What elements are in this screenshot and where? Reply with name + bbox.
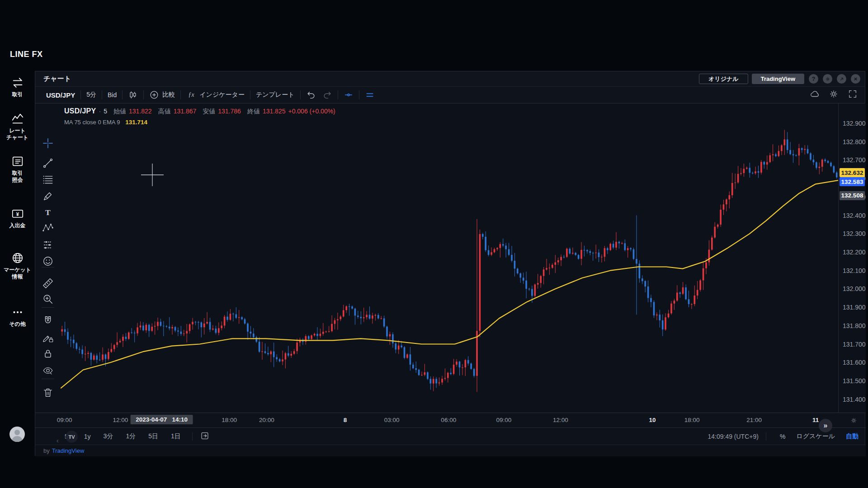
candlestick-chart[interactable] bbox=[61, 103, 838, 413]
close-label: 終値 bbox=[247, 108, 260, 116]
forecast-tool[interactable] bbox=[42, 239, 54, 251]
gear-icon[interactable] bbox=[829, 89, 839, 101]
goto-date-button[interactable] bbox=[200, 431, 210, 442]
toolbar-separator bbox=[42, 379, 54, 379]
last-price-badge: 132.583 bbox=[840, 177, 865, 186]
horizontal-line-tool-button[interactable] bbox=[338, 90, 359, 100]
log-scale-button[interactable]: ログスケール bbox=[796, 432, 835, 441]
time-tick: 20:00 bbox=[259, 417, 274, 423]
chart-toolbar: USD/JPY 5分 Bid 比較 ƒxインジケーター テンプレート bbox=[35, 87, 865, 103]
xabcd-pattern-tool[interactable] bbox=[42, 222, 54, 234]
high-label: 高値 bbox=[158, 108, 171, 116]
rate-chart-icon bbox=[0, 112, 35, 126]
time-tick: 18:00 bbox=[222, 417, 237, 423]
window-title-bar: チャート オリジナルTradingView?× bbox=[35, 71, 865, 87]
quote-type-button[interactable]: Bid bbox=[102, 91, 122, 99]
hide-all-tool[interactable] bbox=[42, 365, 54, 376]
indicators-button[interactable]: ƒxインジケーター bbox=[181, 90, 250, 100]
price-tick: 132.900 bbox=[843, 120, 866, 127]
price-tick: 131.900 bbox=[843, 304, 866, 311]
sidebar-item-入出金[interactable]: ¥入出金 bbox=[0, 207, 35, 229]
lock-all-tool[interactable] bbox=[42, 348, 54, 360]
undo-button[interactable] bbox=[301, 90, 321, 100]
sidebar-item-取引[interactable]: 取引 bbox=[0, 76, 35, 98]
app-sidebar: 取引レートチャート取引照会¥入出金マーケット情報その他 bbox=[0, 0, 35, 488]
time-tick: 8 bbox=[344, 417, 347, 423]
low-label: 安値 bbox=[203, 108, 215, 116]
svg-text:ƒx: ƒx bbox=[189, 91, 194, 98]
open-value: 131.822 bbox=[129, 108, 152, 115]
popout-button[interactable] bbox=[837, 74, 846, 84]
fullscreen-icon[interactable] bbox=[848, 89, 858, 101]
redo-button[interactable] bbox=[321, 90, 338, 100]
fib-retracement-tool[interactable] bbox=[42, 174, 54, 186]
symbol-button[interactable]: USD/JPY bbox=[41, 91, 80, 99]
legend-symbol: USD/JPY bbox=[64, 107, 96, 115]
parallel-lines-tool-button[interactable] bbox=[359, 90, 380, 100]
templates-button[interactable]: テンプレート bbox=[250, 91, 300, 99]
tab-オリジナル[interactable]: オリジナル bbox=[699, 74, 748, 84]
chart-bottom-bar: 5y1y3分1分5日1日 14:09:49 (UTC+9) % ログスケール 自… bbox=[35, 427, 866, 445]
toolbar-separator bbox=[42, 307, 54, 308]
brush-tool[interactable] bbox=[42, 190, 54, 202]
cash-icon: ¥ bbox=[0, 207, 35, 221]
indicator-price-badge: 132.508 bbox=[840, 191, 865, 200]
auto-scale-button[interactable]: 自動 bbox=[846, 432, 859, 441]
sidebar-item-マーケット情報[interactable]: マーケット情報 bbox=[0, 251, 35, 280]
low-value: 131.786 bbox=[218, 108, 241, 115]
time-axis-settings-icon[interactable] bbox=[850, 417, 858, 424]
range-button-5日[interactable]: 5日 bbox=[144, 431, 162, 442]
text-tool[interactable]: T bbox=[42, 206, 54, 218]
drawing-lock-tool[interactable] bbox=[42, 332, 54, 343]
svg-text:¥: ¥ bbox=[16, 211, 19, 217]
time-tick: 10 bbox=[649, 417, 656, 423]
range-button-1分[interactable]: 1分 bbox=[122, 431, 140, 442]
toolbar-separator bbox=[42, 267, 54, 267]
interval-button[interactable]: 5分 bbox=[81, 91, 102, 99]
magnet-tool[interactable] bbox=[42, 315, 54, 327]
close-value: 131.825 bbox=[263, 108, 286, 115]
percent-scale-button[interactable]: % bbox=[780, 433, 785, 440]
ma-legend-label: MA 75 close 0 EMA 9 bbox=[64, 119, 120, 126]
settings-button[interactable] bbox=[823, 74, 832, 84]
sidebar-item-レートチャート[interactable]: レートチャート bbox=[0, 112, 35, 141]
price-axis[interactable]: 132.900132.800132.700132.600132.500132.4… bbox=[838, 103, 866, 413]
price-tick: 131.400 bbox=[843, 396, 866, 403]
range-button-1y[interactable]: 1y bbox=[80, 432, 95, 441]
crosshair-date-badge: 2023-04-07 14:10 bbox=[130, 415, 193, 424]
svg-text:T: T bbox=[45, 208, 51, 217]
tradingview-link[interactable]: TradingView bbox=[52, 447, 85, 454]
cloud-icon[interactable] bbox=[810, 89, 820, 101]
chart-plot-area[interactable]: T USD/JPY · 5 始値 131.822 高値 131.867 安値 1… bbox=[35, 103, 866, 413]
range-button-3分[interactable]: 3分 bbox=[99, 431, 118, 442]
goto-realtime-button[interactable]: » bbox=[819, 419, 832, 432]
avatar[interactable] bbox=[9, 427, 25, 442]
candle-style-button[interactable] bbox=[123, 90, 143, 100]
clock[interactable]: 14:09:49 (UTC+9) bbox=[708, 433, 758, 440]
price-tick: 132.400 bbox=[843, 212, 866, 219]
tab-TradingView[interactable]: TradingView bbox=[752, 74, 804, 84]
compare-button[interactable]: 比較 bbox=[144, 90, 180, 100]
time-axis[interactable]: 09:0012:0018:0020:00803:0006:0009:0012:0… bbox=[35, 413, 866, 427]
drawing-toolbar: T bbox=[35, 103, 61, 413]
time-tick: 12:00 bbox=[553, 417, 568, 423]
time-tick: 12:00 bbox=[113, 417, 128, 423]
sidebar-item-取引照会[interactable]: 取引照会 bbox=[0, 155, 35, 183]
sidebar-item-その他[interactable]: その他 bbox=[0, 305, 35, 328]
remove-tool[interactable] bbox=[42, 387, 54, 399]
collapse-toolbar-handle[interactable]: ‹ bbox=[57, 437, 59, 444]
high-value: 131.867 bbox=[174, 108, 197, 115]
emoji-tool[interactable] bbox=[42, 255, 54, 267]
globe-icon bbox=[0, 251, 35, 265]
range-button-1日[interactable]: 1日 bbox=[167, 431, 185, 442]
crosshair-tool[interactable] bbox=[42, 137, 54, 149]
zoom-in-tool[interactable] bbox=[42, 293, 54, 305]
price-tick: 132.000 bbox=[843, 285, 866, 292]
ruler-tool[interactable] bbox=[42, 277, 54, 289]
trend-line-tool[interactable] bbox=[42, 157, 54, 169]
swap-arrows-icon bbox=[0, 76, 35, 89]
tradingview-watermark: TV bbox=[66, 431, 78, 443]
help-button[interactable]: ? bbox=[809, 74, 818, 84]
close-button[interactable]: × bbox=[851, 74, 860, 84]
ellipsis-icon bbox=[0, 305, 35, 319]
